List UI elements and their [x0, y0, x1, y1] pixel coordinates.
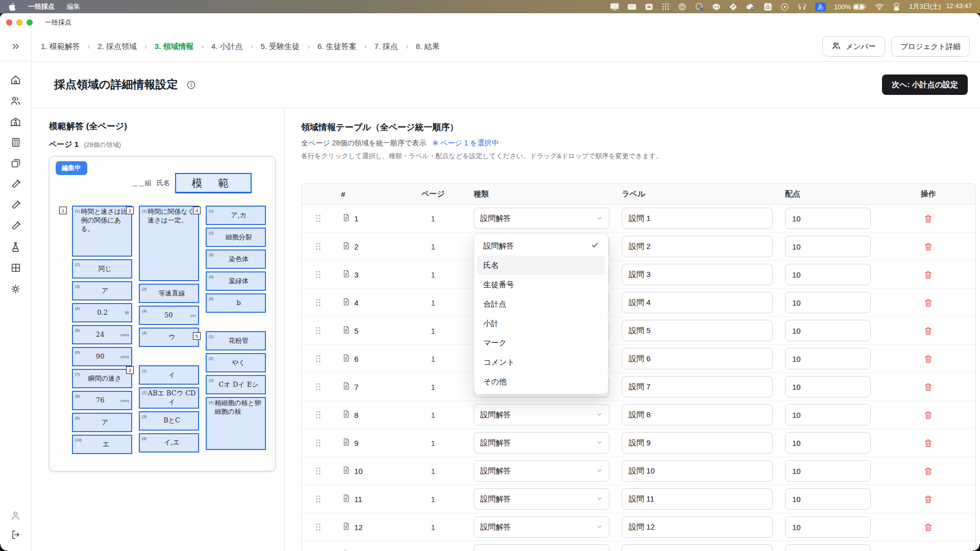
menubar-edit-menu[interactable]: 編集: [67, 2, 80, 11]
delete-row-button[interactable]: [923, 354, 933, 364]
score-input[interactable]: 10: [785, 236, 871, 257]
dropdown-item[interactable]: その他: [477, 372, 605, 391]
region-box[interactable]: (1)時間に関係なく速さは一定。: [139, 206, 199, 281]
label-input[interactable]: 設問 6: [622, 348, 773, 369]
table-grid-icon[interactable]: [10, 262, 22, 274]
region-box[interactable]: (1)イ: [139, 365, 199, 385]
delete-row-button[interactable]: [923, 214, 933, 223]
home-icon[interactable]: [10, 73, 22, 86]
dropdown-item[interactable]: マーク: [477, 333, 605, 353]
region-box[interactable]: (2)細胞分裂: [206, 228, 266, 247]
drag-handle-icon[interactable]: [302, 214, 335, 223]
creative-cloud-icon[interactable]: [695, 3, 704, 11]
close-window-button[interactable]: [6, 19, 12, 26]
expand-sidebar-icon[interactable]: [10, 40, 22, 53]
region-box[interactable]: (5)b: [206, 293, 266, 313]
drag-handle-icon[interactable]: [302, 522, 335, 532]
members-button[interactable]: メンバー: [822, 36, 885, 57]
table-row[interactable]: 4 1 設問解答 設問 4 10: [302, 289, 975, 317]
delete-row-button[interactable]: [923, 410, 933, 420]
score-input[interactable]: 10: [785, 488, 871, 510]
keyboard-icon[interactable]: [627, 3, 636, 11]
label-input[interactable]: 設問 8: [622, 404, 773, 425]
type-select[interactable]: 設問解答: [474, 404, 609, 425]
region-box[interactable]: (5)24cm/s: [72, 325, 132, 344]
delete-row-button[interactable]: [923, 438, 933, 448]
type-select[interactable]: 設問解答: [474, 208, 609, 229]
type-select[interactable]: 設問解答: [474, 516, 609, 538]
sidecar-icon[interactable]: [645, 3, 653, 11]
play-app-icon[interactable]: [780, 3, 789, 11]
answer-sheet-image[interactable]: 編集中 ＿＿組 氏名 模 範 1(1)時間と速さは比例の関係にある。(2)同じ(…: [49, 156, 276, 471]
region-box[interactable]: (7)瞬間の速さ: [72, 369, 132, 388]
label-input[interactable]: 設問 10: [622, 460, 773, 482]
score-input[interactable]: 10: [785, 544, 871, 551]
breadcrumb-step[interactable]: 3. 領域情報: [155, 42, 194, 52]
label-input[interactable]: 設問 9: [622, 432, 773, 454]
delete-row-button[interactable]: [923, 298, 933, 308]
breadcrumb-step[interactable]: 2. 採点領域: [97, 42, 137, 52]
table-row[interactable]: 3 1 設問解答 設問 3 10: [302, 261, 975, 289]
region-box[interactable]: (4)葉緑体: [206, 271, 266, 291]
score-input[interactable]: 10: [785, 376, 871, 397]
delete-row-button[interactable]: [923, 270, 933, 280]
region-box[interactable]: (10)エ: [72, 435, 132, 454]
menubar-date[interactable]: 1月3日(土): [909, 2, 941, 11]
app-grid-icon[interactable]: [662, 3, 670, 11]
drag-handle-icon[interactable]: [302, 354, 335, 363]
type-select[interactable]: 設問解答: [474, 544, 609, 551]
region-box[interactable]: (1)花粉管: [206, 331, 266, 350]
score-input[interactable]: 10: [785, 348, 871, 369]
label-input[interactable]: 設問 11: [622, 488, 773, 510]
delete-row-button[interactable]: [923, 466, 933, 476]
type-select[interactable]: 設問解答: [474, 432, 609, 454]
region-box[interactable]: (9)ア: [72, 413, 132, 432]
drag-handle-icon[interactable]: [302, 466, 335, 475]
share-app-icon[interactable]: [729, 3, 738, 11]
selected-page-note[interactable]: ※ ページ 1 を選択中: [432, 139, 499, 147]
next-step-button[interactable]: 次へ: 小計点の設定: [882, 74, 968, 95]
minimize-window-button[interactable]: [16, 19, 22, 26]
menubar-app-name[interactable]: 一括採点: [28, 2, 55, 11]
region-box[interactable]: (2)ABエ BCウ CDイ: [139, 387, 199, 409]
label-input[interactable]: 設問 7: [622, 376, 773, 397]
drag-handle-icon[interactable]: [302, 382, 335, 391]
breadcrumb-step[interactable]: 5. 受験生徒: [260, 42, 300, 52]
drag-handle-icon[interactable]: [302, 410, 335, 419]
airpods-icon[interactable]: [797, 3, 807, 11]
zoom-window-button[interactable]: [27, 19, 33, 26]
score-input[interactable]: 10: [785, 460, 871, 482]
score-input[interactable]: 10: [785, 404, 871, 425]
breadcrumb-step[interactable]: 6. 生徒答案: [317, 42, 357, 52]
breadcrumb-step[interactable]: 7. 採点: [374, 42, 398, 52]
label-input[interactable]: 設問 1: [622, 208, 773, 229]
label-input[interactable]: 設問 3: [622, 264, 773, 285]
line-app-icon[interactable]: [712, 3, 721, 11]
table-row[interactable]: 7 1 設問解答 設問 7 10: [302, 373, 975, 401]
label-input[interactable]: 設問 2: [622, 236, 773, 257]
dropdown-item[interactable]: 設問解答: [477, 236, 605, 256]
delete-row-button[interactable]: [923, 494, 933, 504]
drag-handle-icon[interactable]: [302, 438, 335, 447]
label-input[interactable]: 設問 12: [622, 516, 773, 538]
region-box[interactable]: (4)ウ: [139, 328, 199, 347]
drag-handle-icon[interactable]: [302, 270, 335, 279]
delete-row-button[interactable]: [923, 326, 933, 336]
delete-row-button[interactable]: [923, 522, 933, 532]
table-row[interactable]: 12 1 設問解答 設問 12 10: [302, 513, 975, 541]
region-box[interactable]: (2)等速直線: [139, 284, 199, 303]
dropdown-item[interactable]: 合計点: [477, 294, 605, 314]
breadcrumb-step[interactable]: 4. 小計点: [211, 42, 243, 52]
breadcrumb-step[interactable]: 8. 結果: [416, 42, 440, 52]
score-input[interactable]: 10: [785, 516, 871, 538]
table-row[interactable]: 6 1 設問解答 設問 6 10: [302, 345, 975, 373]
type-select[interactable]: 設問解答: [474, 488, 609, 510]
screen-mirroring-icon[interactable]: [610, 3, 619, 11]
users-icon[interactable]: [10, 94, 22, 107]
table-row[interactable]: 11 1 設問解答 設問 11 10: [302, 485, 975, 513]
region-box[interactable]: (3)ア: [72, 281, 132, 300]
breadcrumb-step[interactable]: 1. 模範解答: [41, 42, 80, 52]
label-input[interactable]: 設問 13: [622, 544, 773, 551]
table-row[interactable]: 8 1 設問解答 設問 8 10: [302, 401, 975, 429]
table-row[interactable]: 13 1 設問解答 設問 13 10: [302, 541, 975, 551]
